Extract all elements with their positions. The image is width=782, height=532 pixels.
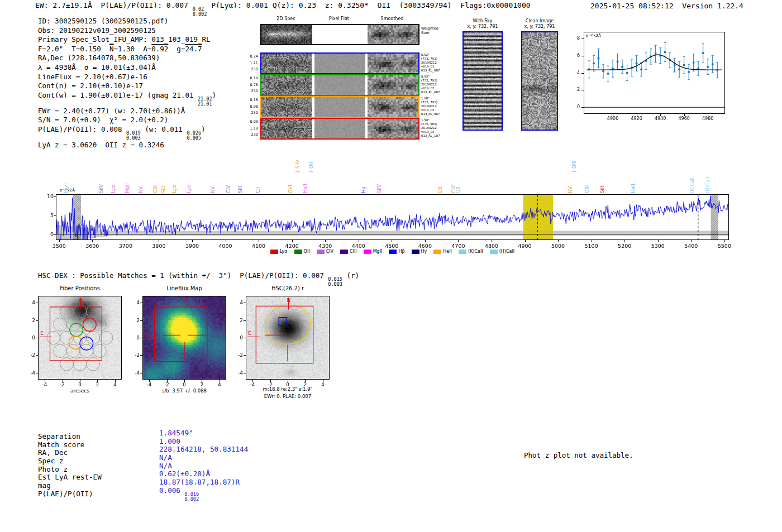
- annotation-line: 013_RL_087: [421, 112, 447, 116]
- axis-tick-mark: [325, 240, 326, 242]
- emission-line-label: MgII: [125, 183, 130, 193]
- spec2d-row-annotation: 0.52"(732, 791)20190212v019_01013_RL_087: [421, 53, 447, 73]
- lineflux-map-caption: s/b: 3.97 +/- 0.088: [137, 388, 232, 394]
- axis-tick-mark: [305, 380, 306, 382]
- legend-label: CIII: [350, 249, 357, 254]
- spec2d-row: [260, 96, 419, 118]
- scale-value: 0.98: [242, 104, 258, 111]
- emission-line-label: OII: [455, 186, 461, 193]
- annotation-line: v019_01: [421, 65, 447, 69]
- axis-tick-label: 0: [130, 335, 140, 341]
- spec2d-row-scale-labels: 0.241.21250: [242, 54, 258, 73]
- axis-tick-mark: [202, 380, 202, 382]
- spec2d-row-2dspec-canvas: [261, 54, 312, 73]
- annotation-line: 013_RL_087: [421, 69, 447, 73]
- axis-tick-mark: [637, 114, 637, 116]
- uncertainty-lower: 0.005: [187, 136, 201, 141]
- legend-label: Hγ: [421, 249, 427, 254]
- axis-tick-mark: [660, 114, 661, 116]
- emission-line-label: } SiIV: [295, 160, 301, 173]
- axis-tick-mark: [558, 240, 559, 242]
- legend-item: Lyα: [270, 249, 288, 254]
- fiber-positions-frame: [38, 296, 122, 380]
- spec2d-row-pixelflat-canvas: [314, 119, 365, 138]
- axis-tick-label: 2: [566, 87, 580, 92]
- spec2d-row-annotation: 1.50"(736, 969)20190212v019_03013_RL_107: [421, 118, 447, 138]
- axis-tick-label: -2: [57, 382, 68, 387]
- axis-tick-mark: [63, 380, 63, 382]
- match-field-value: 0.62(±0.20)Å: [159, 469, 248, 478]
- annotation-line: (732, 791): [421, 57, 447, 61]
- match-field-label: Photo z: [38, 465, 102, 473]
- detection-info-line: Primary Spec_Slot_IFU_AMP: 013_103_019_R…: [38, 35, 216, 45]
- axis-tick-label: -2: [161, 382, 173, 387]
- match-field-label: Separation: [38, 432, 102, 440]
- match-field-label: P(LAE)/P(OII): [38, 490, 102, 498]
- emission-line-label: HeII: [631, 184, 636, 193]
- text-segment: ID: 3002590125 (3002590125.pdf): [38, 17, 168, 25]
- emission-line-label: Lyα: [171, 185, 177, 193]
- text-segment: HSC-DEX : Possible Matches = 1 (within +…: [38, 271, 328, 280]
- spectrum-frame: [56, 194, 729, 240]
- match-field-value: 228.164218, 50.831144: [159, 445, 248, 453]
- axis-tick-mark: [592, 240, 592, 242]
- annotation-line: (732, 791): [421, 79, 447, 83]
- legend-swatch: [364, 250, 371, 254]
- axis-tick-label: 3900: [181, 243, 203, 249]
- text-segment: EW: 2.7±19.1Å P(LAE)/P(OII): 0.007: [35, 1, 193, 9]
- emission-line-label: HeII: [302, 184, 308, 193]
- legend-item: (H)CaII: [490, 249, 514, 254]
- uncertainty-lower: 0.003: [126, 136, 141, 141]
- spec2d-row-pixelflat-canvas: [314, 54, 365, 73]
- axis-tick-mark: [359, 240, 359, 242]
- annotation-line: 20190212: [421, 104, 447, 108]
- axis-tick-label: 4300: [314, 243, 336, 249]
- axis-tick-label: -4: [39, 382, 50, 387]
- axis-tick-mark: [288, 380, 288, 382]
- axis-tick-label: 5400: [680, 243, 702, 249]
- legend-swatch: [490, 250, 498, 254]
- legend-label: OII: [304, 249, 310, 254]
- scale-value: 0.09: [242, 119, 258, 126]
- uncertainty-lower: 0.002: [193, 12, 207, 17]
- spec2d-row-scale-labels: 0.190.78250: [242, 75, 258, 95]
- legend-item: OII: [294, 249, 310, 254]
- legend-item: HeII: [433, 249, 452, 254]
- detection-info-line: RA,Dec (228.164078,50.830639): [38, 54, 216, 63]
- spec2d-row-2dspec-canvas: [261, 97, 312, 117]
- axis-tick-mark: [115, 380, 116, 382]
- spec2d-row-annotation: 1.08"(732, 791)20190212v019_03013_RL_087: [421, 97, 447, 116]
- spec2d-weighted-pixelflat-blank: [314, 25, 365, 44]
- axis-tick-label: 4920: [628, 116, 645, 121]
- emission-line-label: OVI: [288, 185, 293, 193]
- text-segment: ): [201, 125, 206, 133]
- axis-tick-label: 2: [25, 318, 35, 323]
- text-segment: LineFlux = 2.10(±0.67)e-16: [38, 73, 147, 81]
- weighted-label-line2: Sum: [421, 31, 438, 36]
- axis-tick-label: 3500: [48, 243, 70, 249]
- axis-tick-label: 4800: [480, 243, 503, 249]
- axis-tick-mark: [184, 380, 185, 382]
- axis-tick-label: 5000: [547, 243, 569, 249]
- spec2d-weighted-label: Weighted Sum: [421, 27, 438, 35]
- spec2d-row-2dspec-canvas: [261, 119, 312, 138]
- uncertainty-lower: 0.003: [328, 282, 342, 287]
- axis-tick-mark: [724, 240, 725, 242]
- value-uncertainty: 0.0150.003: [328, 277, 342, 287]
- legend-item: CIV: [317, 249, 333, 254]
- spec2d-row: [260, 74, 419, 96]
- line-fit-canvas: [584, 32, 724, 113]
- axis-tick-label: 4700: [447, 243, 469, 249]
- text-segment: =1.30 A=: [113, 45, 151, 53]
- text-segment: λ = 4938Å σ = 10.01(±3.04)Å: [38, 63, 156, 71]
- value-uncertainty: 21.0221.01: [198, 97, 212, 107]
- spec2d-row-pixelflat-canvas: [314, 75, 365, 95]
- spec2d-row-pixelflat-canvas: [314, 97, 365, 117]
- axis-tick-label: 4: [233, 300, 243, 305]
- scale-value: 0.16: [242, 97, 258, 104]
- axis-tick-label: 6: [566, 53, 580, 58]
- axis-tick-mark: [80, 380, 80, 382]
- axis-tick-label: -4: [144, 382, 155, 387]
- annotation-line: 013_RL_107: [421, 134, 447, 138]
- axis-tick-label: -4: [25, 370, 35, 376]
